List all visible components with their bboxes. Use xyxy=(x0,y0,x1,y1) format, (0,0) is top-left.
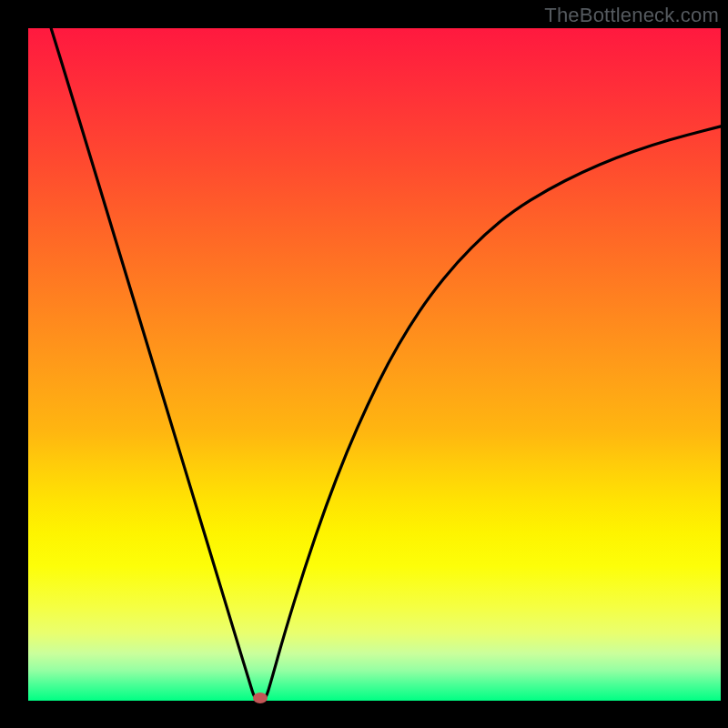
bottleneck-chart-canvas xyxy=(0,0,728,728)
attribution-text: TheBottleneck.com xyxy=(544,4,719,27)
chart-container: TheBottleneck.com xyxy=(0,0,728,728)
